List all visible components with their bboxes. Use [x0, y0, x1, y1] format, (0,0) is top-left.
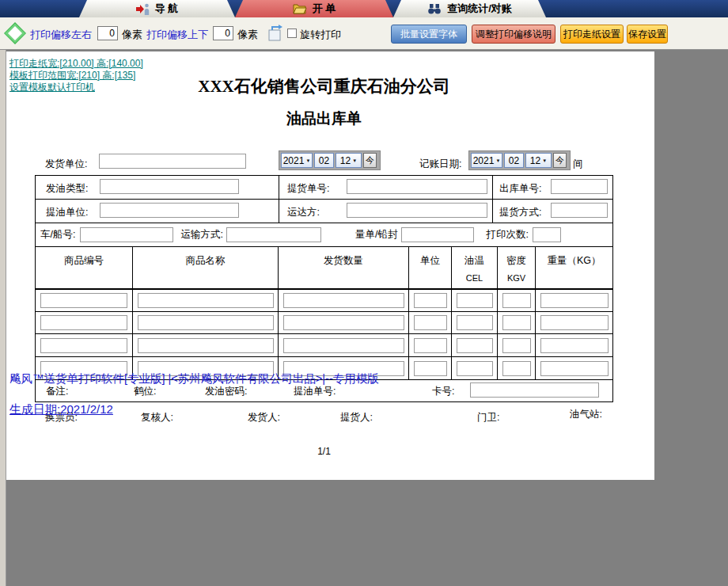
offset-lr-input[interactable] — [97, 26, 118, 40]
table-cell-input[interactable] — [40, 315, 127, 330]
header-label: 商品编号 — [64, 254, 104, 268]
oil-unit-input[interactable] — [100, 203, 239, 218]
generated-date-text: 生成日期:2021/2/12 — [9, 402, 113, 417]
paper-feed-button[interactable]: 打印走纸设置 — [560, 25, 624, 44]
table-cell-input[interactable] — [457, 338, 493, 353]
tab-query-stats[interactable]: 查询统计/对账 — [393, 0, 546, 17]
header-oil-temp: 油温 CEL — [452, 247, 498, 288]
table-cell-input[interactable] — [502, 315, 531, 330]
oil-order-label: 提油单号: — [294, 385, 336, 398]
date1-day-select[interactable]: 12 ▼ — [336, 153, 362, 168]
header-sublabel: CEL — [466, 273, 483, 283]
header-label: 重量（KG） — [547, 254, 601, 268]
header-label: 商品名称 — [186, 254, 226, 268]
open-folder-icon — [293, 3, 307, 14]
outbound-no-label: 出库单号: — [499, 182, 541, 196]
print-preview-page: 打印走纸宽:[210.00] 高:[140.00] 模板打印范围宽:[210] … — [6, 51, 654, 480]
chevron-down-icon: ▼ — [305, 158, 310, 163]
table-cell-input[interactable] — [502, 338, 531, 353]
table-cell-input[interactable] — [502, 293, 531, 308]
tab-billing[interactable]: 开 单 — [235, 0, 393, 17]
date2-month-select[interactable]: 02 — [504, 153, 524, 168]
table-cell-input[interactable] — [40, 293, 127, 308]
offset-lr-unit: 像素 — [122, 28, 142, 42]
offset-lr-label: 打印偏移左右 — [30, 28, 92, 42]
card-no-input[interactable] — [470, 382, 599, 398]
date2-month-value: 02 — [509, 155, 519, 166]
table-cell-input[interactable] — [414, 361, 447, 376]
save-settings-button[interactable]: 保存设置 — [627, 25, 668, 44]
vehicle-no-input[interactable] — [80, 227, 173, 242]
offset-ud-input[interactable] — [213, 26, 233, 40]
date1-month-select[interactable]: 02 — [314, 153, 334, 168]
header-sublabel: KGV — [507, 273, 525, 283]
adjust-offset-button[interactable]: 调整打印偏移说明 — [472, 25, 555, 44]
tab-navigation[interactable]: 导 航 — [79, 0, 235, 17]
table-cell-input[interactable] — [138, 315, 274, 330]
batch-font-button[interactable]: 批量设置字体 — [391, 25, 467, 44]
transport-mode-input[interactable] — [226, 227, 321, 242]
date2-year-value: 2021 — [473, 155, 495, 166]
seal-input[interactable] — [401, 227, 474, 242]
card-no-label: 卡号: — [432, 385, 454, 398]
date1-today-button[interactable]: 今 — [363, 153, 377, 168]
tab-navigation-label: 导 航 — [155, 2, 179, 16]
rotate-page-icon — [267, 24, 284, 41]
date1-year-select[interactable]: 2021 ▼ — [281, 153, 313, 168]
booking-date-label: 记账日期: — [419, 158, 461, 171]
header-density: 密度 KGV — [498, 247, 536, 288]
oil-unit-label: 提油单位: — [46, 206, 88, 219]
table-cell-input[interactable] — [457, 293, 493, 308]
table-cell-input[interactable] — [283, 338, 404, 353]
table-cell-input[interactable] — [138, 338, 274, 353]
date2-day-select[interactable]: 12 ▼ — [525, 153, 552, 168]
pickup-method-input[interactable] — [551, 203, 608, 218]
date2-today-button[interactable]: 今 — [553, 153, 567, 168]
diamond-icon — [3, 21, 27, 45]
pickup-no-cell: 提货单号: — [279, 176, 493, 199]
seal-label: 量单/铅封 — [355, 228, 397, 242]
table-cell-input[interactable] — [414, 293, 447, 308]
rotate-print-checkbox[interactable] — [287, 29, 297, 38]
outbound-no-cell: 出库单号: — [493, 176, 612, 199]
date1-month-value: 02 — [319, 155, 329, 166]
remark-label: 备注: — [46, 385, 68, 398]
after-date-text: 间 — [573, 158, 583, 171]
chevron-down-icon: ▼ — [352, 158, 357, 163]
document-title: XXX石化销售公司重庆石油分公司 — [35, 75, 613, 97]
print-count-input[interactable] — [533, 227, 561, 242]
date2-year-select[interactable]: 2021 ▼ — [471, 153, 502, 168]
table-cell-input[interactable] — [457, 361, 493, 376]
table-cell-input[interactable] — [540, 361, 609, 376]
table-cell-input[interactable] — [283, 315, 404, 330]
pickup-method-cell: 提货方式: — [493, 200, 612, 223]
chevron-down-icon: ▼ — [495, 158, 500, 163]
pickup-method-label: 提货方式: — [499, 206, 541, 219]
table-cell-input[interactable] — [138, 293, 274, 308]
table-cell-input[interactable] — [502, 361, 531, 376]
table-cell-input[interactable] — [540, 293, 609, 308]
outbound-form-table: 发油类型: 提货单号: 出库单号: 提油单位: 运达方: — [35, 175, 613, 402]
table-cell-input[interactable] — [40, 338, 127, 353]
outbound-no-input[interactable] — [551, 179, 608, 194]
oil-type-cell: 发油类型: — [36, 176, 279, 199]
table-cell-input[interactable] — [283, 293, 404, 308]
table-cell-input[interactable] — [414, 338, 447, 353]
destination-input[interactable] — [347, 203, 487, 218]
software-watermark: 飚风™送货单打印软件[专业版] |<苏州飚风软件有限公司出品>|--专用模版 — [9, 371, 379, 386]
binoculars-icon — [427, 4, 442, 14]
oil-password-label: 发油密码: — [205, 385, 247, 398]
picker-sign-label: 提货人: — [340, 411, 373, 424]
table-header-row: 商品编号 商品名称 发货数量 单位 油温 CEL 密度 KGV 重量（KG） — [36, 247, 612, 290]
table-cell-input[interactable] — [457, 315, 493, 330]
shipper-input[interactable] — [99, 154, 246, 169]
date2-day-value: 12 — [530, 155, 540, 166]
oil-type-input[interactable] — [100, 179, 239, 194]
nav-arrow-person-icon — [136, 3, 150, 15]
table-cell-input[interactable] — [540, 315, 609, 330]
table-cell-input[interactable] — [540, 338, 609, 353]
table-cell-input[interactable] — [414, 315, 447, 330]
pickup-no-input[interactable] — [347, 179, 487, 194]
header-unit: 单位 — [409, 247, 452, 288]
offset-ud-label: 打印偏移上下 — [146, 28, 208, 42]
